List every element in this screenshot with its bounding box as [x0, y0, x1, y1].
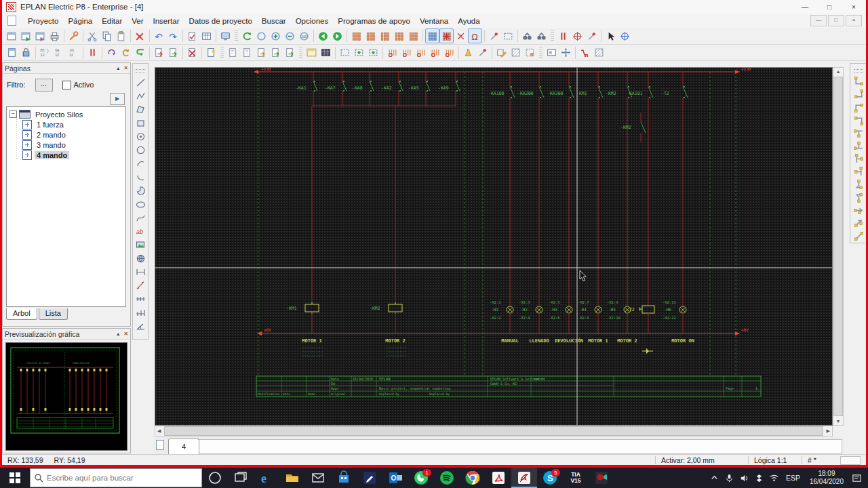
taskbar-store[interactable]: [331, 468, 357, 488]
corner-down-right-button[interactable]: [852, 75, 865, 88]
edit-graphic-button[interactable]: [494, 45, 509, 60]
new-page-icon[interactable]: [7, 16, 16, 26]
toolbar-handle[interactable]: [551, 30, 554, 42]
taskbar-edge[interactable]: e: [254, 468, 279, 488]
diagonal-connection-button[interactable]: [852, 230, 865, 243]
child-restore-button[interactable]: □: [828, 15, 844, 26]
settings-button[interactable]: [66, 28, 81, 43]
menu-item-opciones[interactable]: Opciones: [291, 16, 334, 26]
start-button[interactable]: [0, 468, 30, 488]
menu-item-ayuda[interactable]: Ayuda: [453, 16, 484, 26]
toolbar-handle[interactable]: [539, 47, 542, 59]
search-button[interactable]: [520, 28, 534, 43]
delete-button[interactable]: [133, 28, 147, 43]
line-tool-button[interactable]: [134, 75, 147, 89]
menu-item-ventana[interactable]: Ventana: [415, 16, 453, 26]
zoom-page-button[interactable]: 100: [297, 28, 311, 43]
vertical-scrollbar[interactable]: ▲▼: [833, 67, 844, 426]
taskbar-tia-portal[interactable]: TIAV15: [563, 468, 589, 488]
jump-out-button[interactable]: [166, 45, 180, 60]
zoom-window-button[interactable]: [254, 28, 269, 43]
paste-button[interactable]: [114, 28, 128, 43]
zoom-in-button[interactable]: [269, 28, 283, 43]
pages-tree[interactable]: −Proyecto Silos1 fuerza2 mando3 mando4 m…: [6, 106, 126, 307]
taskbar-recorder[interactable]: [589, 468, 614, 488]
terminals-3-button[interactable]: [414, 45, 428, 60]
scale-button[interactable]: [559, 45, 573, 60]
taskbar-search[interactable]: [30, 468, 202, 487]
corner-up-left-button[interactable]: [852, 114, 865, 127]
toolbar-handle[interactable]: [235, 30, 238, 42]
insert-device-1-button[interactable]: [349, 28, 363, 43]
print-button[interactable]: [47, 28, 62, 43]
taskbar-outlook[interactable]: O: [382, 468, 408, 488]
terminals-1-button[interactable]: [385, 45, 399, 60]
edit-terminal-button[interactable]: [487, 28, 501, 43]
taskbar-eplan[interactable]: [511, 468, 537, 488]
rectangle-tool-button[interactable]: [134, 116, 147, 129]
minimize-button[interactable]: —: [793, 1, 817, 14]
tray-dropbox-icon[interactable]: [752, 468, 767, 488]
tray-chevron-icon[interactable]: [707, 468, 722, 488]
previous-page-button[interactable]: [316, 28, 330, 43]
delete-page-button[interactable]: [185, 45, 199, 60]
child-close-button[interactable]: ×: [846, 15, 862, 26]
tray-mic-icon[interactable]: [722, 468, 737, 488]
tab-arbol[interactable]: Arbol: [6, 308, 37, 320]
ellipse-tool-button[interactable]: [134, 197, 147, 211]
scroll-right-icon[interactable]: ▶: [825, 427, 832, 435]
cable-definition-button[interactable]: [461, 45, 475, 60]
child-minimize-button[interactable]: —: [810, 15, 827, 26]
page-import-button[interactable]: [269, 45, 283, 60]
active-checkbox[interactable]: [62, 81, 71, 89]
center-snap-button[interactable]: [570, 28, 585, 43]
horizontal-scrollbar[interactable]: ◀▶: [155, 426, 833, 436]
jump-in-button[interactable]: [152, 45, 166, 60]
panel-collapse-icon[interactable]: ▴: [117, 331, 119, 337]
source-arrow-button[interactable]: [852, 217, 865, 230]
toolbar-handle[interactable]: [220, 47, 224, 59]
grid-display-button[interactable]: [425, 28, 439, 43]
select-area-button[interactable]: [338, 45, 352, 60]
hatch-area-button[interactable]: [592, 45, 606, 60]
hatch-button[interactable]: [509, 45, 523, 60]
parts-selection-button[interactable]: [578, 45, 592, 60]
tray-wifi-icon[interactable]: [767, 468, 782, 488]
interruption-down-button[interactable]: [852, 178, 865, 191]
stamp-button[interactable]: [523, 45, 537, 60]
menu-item-proyecto[interactable]: Proyecto: [23, 16, 63, 26]
scrollbar-thumb[interactable]: [164, 426, 823, 436]
parallel-draw-button[interactable]: [556, 28, 570, 43]
tree-page-item-3[interactable]: 3 mando: [7, 140, 125, 150]
copy-page-button[interactable]: [254, 45, 269, 60]
graphical-preview-button[interactable]: [218, 28, 233, 43]
insert-box-button[interactable]: [545, 45, 559, 60]
close-button[interactable]: ×: [842, 1, 866, 14]
sector-tool-button[interactable]: [134, 184, 147, 197]
symbol-macro-button[interactable]: [319, 45, 333, 60]
scroll-down-icon[interactable]: ▼: [834, 418, 843, 425]
chain-dimension-tool-button[interactable]: [134, 292, 147, 306]
search-input[interactable]: [45, 473, 184, 483]
object-snap-button[interactable]: [454, 28, 468, 43]
arc-2-tool-button[interactable]: [134, 170, 147, 184]
copy-button[interactable]: [100, 28, 114, 43]
taskbar-chrome[interactable]: [460, 468, 486, 488]
arrow-connection-button[interactable]: [852, 204, 865, 217]
t-node-right-button[interactable]: [852, 152, 865, 165]
circle-tool-button[interactable]: [134, 143, 147, 157]
hyperlink-tool-button[interactable]: [134, 251, 147, 265]
next-page-button[interactable]: [330, 28, 344, 43]
angle-snap-button[interactable]: [585, 28, 599, 43]
reference-point-button[interactable]: [618, 28, 632, 43]
terminals-5-button[interactable]: [442, 45, 456, 60]
taskbar-mail[interactable]: [305, 468, 331, 488]
search-in-page-button[interactable]: [534, 28, 549, 43]
tab-lista[interactable]: Lista: [39, 308, 68, 320]
tray-language[interactable]: ESP: [782, 474, 804, 482]
goto-back-button[interactable]: [133, 45, 147, 60]
interruption-up-button[interactable]: [852, 191, 865, 204]
taskbar-acrobat[interactable]: [486, 468, 511, 488]
goto-counterpart-button[interactable]: [104, 45, 119, 60]
plot-frame-button[interactable]: [19, 45, 33, 60]
